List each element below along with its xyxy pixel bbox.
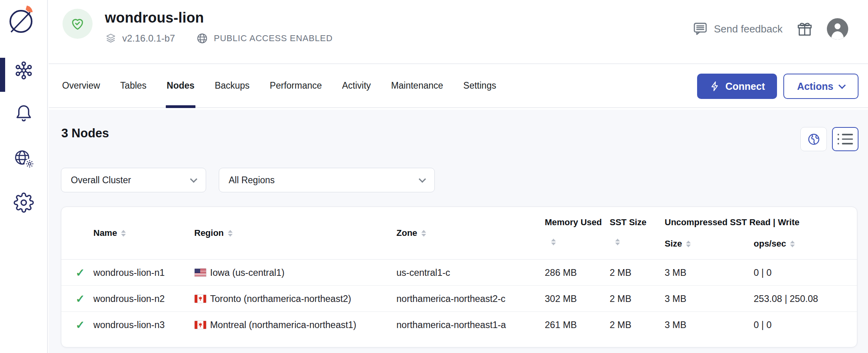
node-ops-sec: 0 | 0 [754, 267, 771, 278]
cluster-scope-select[interactable]: Overall Cluster [61, 168, 206, 192]
node-healthy-check-icon: ✓ [76, 292, 85, 305]
sort-icon [551, 239, 556, 245]
node-region: Montreal (northamerica-northeast1) [210, 320, 356, 330]
left-rail [0, 0, 48, 353]
globe-map-icon [807, 133, 821, 146]
app-logo-icon[interactable] [5, 3, 38, 38]
tab-actions: Connect Actions [697, 74, 859, 99]
node-healthy-check-icon: ✓ [76, 319, 85, 332]
node-name: wondrous-lion-n3 [93, 320, 165, 330]
tab-nodes[interactable]: Nodes [166, 64, 195, 107]
tab-tables[interactable]: Tables [119, 64, 147, 107]
column-header-ops-sec[interactable]: ops/sec [754, 239, 795, 249]
tab-activity[interactable]: Activity [341, 64, 372, 107]
node-ops-sec: 0 | 0 [754, 320, 771, 330]
us-flag-icon [194, 268, 207, 277]
gift-icon [796, 20, 813, 38]
chevron-down-icon [190, 175, 197, 182]
feedback-bubble-icon [692, 21, 709, 37]
map-view-button[interactable] [800, 127, 827, 151]
send-feedback-button[interactable]: Send feedback [692, 21, 783, 37]
avatar-person-icon [835, 23, 841, 29]
sort-icon [121, 230, 126, 237]
layers-icon [105, 32, 117, 44]
gear-icon [13, 192, 34, 213]
cluster-meta: v2.16.0.1-b7 PUBLIC ACCESS ENABLED [105, 32, 333, 44]
sort-icon [686, 241, 691, 247]
table-row: ✓ wondrous-lion-n2 Toronto (northamerica… [61, 286, 857, 312]
column-header-zone[interactable]: Zone [396, 228, 426, 238]
list-view-button[interactable] [832, 127, 859, 151]
sort-icon [228, 230, 233, 237]
main-area: wondrous-lion v2.16.0.1-b7 PUBLIC ACCESS… [49, 0, 868, 353]
table-row: ✓ wondrous-lion-n1 Iowa (us-central1) us… [61, 260, 857, 286]
sort-icon [421, 230, 426, 237]
chevron-down-icon [419, 175, 426, 182]
node-memory-used: 286 MB [545, 267, 577, 278]
memory-sort[interactable] [551, 239, 556, 245]
node-healthy-check-icon: ✓ [76, 266, 85, 279]
cluster-header: wondrous-lion v2.16.0.1-b7 PUBLIC ACCESS… [49, 0, 868, 63]
column-header-sst-size[interactable]: SST Size [610, 217, 646, 228]
globe-gear-icon [13, 148, 34, 169]
page-title: wondrous-lion [105, 9, 204, 26]
ca-flag-icon [194, 294, 207, 303]
node-zone: northamerica-northeast2-c [396, 293, 506, 304]
sidebar-item-network[interactable] [12, 146, 36, 170]
chevron-down-icon [839, 82, 846, 89]
ca-flag-icon [194, 321, 207, 329]
actions-button[interactable]: Actions [783, 74, 859, 99]
column-group-uncompressed: Uncompressed SST Read | Write [665, 217, 800, 228]
node-region: Iowa (us-central1) [210, 267, 284, 278]
user-avatar[interactable] [827, 18, 848, 40]
sort-icon [790, 241, 795, 247]
heart-check-icon [70, 16, 85, 32]
tab-maintenance[interactable]: Maintenance [390, 64, 444, 107]
header-actions: Send feedback [692, 18, 848, 40]
sidebar-item-settings[interactable] [12, 191, 36, 214]
cluster-tabbar: Overview Tables Nodes Backups Performanc… [49, 63, 868, 108]
sidebar-item-alerts[interactable] [12, 101, 36, 125]
public-access-label: PUBLIC ACCESS ENABLED [214, 33, 332, 44]
tab-settings[interactable]: Settings [462, 64, 497, 107]
column-header-name[interactable]: Name [93, 228, 126, 238]
active-tab-underline [166, 105, 195, 108]
node-zone: us-central1-c [396, 267, 450, 278]
cluster-hub-icon [13, 60, 34, 81]
sst-sort[interactable] [615, 239, 620, 245]
list-icon [838, 134, 853, 145]
column-header-memory-used[interactable]: Memory Used [545, 217, 602, 228]
node-uncompressed-size: 3 MB [665, 267, 686, 278]
connect-button[interactable]: Connect [697, 74, 777, 99]
node-name: wondrous-lion-n1 [93, 267, 165, 278]
bell-icon [13, 103, 34, 123]
node-sst-size: 2 MB [610, 293, 631, 304]
view-toggle-group [800, 127, 859, 151]
active-nav-indicator [0, 58, 5, 92]
node-memory-used: 302 MB [545, 293, 577, 304]
tab-performance[interactable]: Performance [269, 64, 323, 107]
nodes-table-card: Name Region Zone Memory Used [61, 207, 857, 347]
nodes-content: 3 Nodes Overall Cluster [49, 110, 868, 353]
tab-overview[interactable]: Overview [61, 64, 101, 107]
lightning-icon [709, 81, 720, 92]
version-label: v2.16.0.1-b7 [122, 33, 175, 44]
send-feedback-label: Send feedback [714, 23, 783, 35]
column-header-region[interactable]: Region [194, 228, 233, 238]
region-filter-select[interactable]: All Regions [219, 168, 435, 192]
node-zone: northamerica-northeast1-a [396, 320, 506, 330]
globe-icon [196, 32, 208, 44]
gift-button[interactable] [796, 20, 813, 38]
node-uncompressed-size: 3 MB [665, 293, 686, 304]
node-ops-sec: 253.08 | 250.08 [754, 293, 818, 304]
node-sst-size: 2 MB [610, 267, 631, 278]
sidebar-item-clusters[interactable] [12, 59, 36, 82]
tab-backups[interactable]: Backups [214, 64, 250, 107]
node-sst-size: 2 MB [610, 320, 631, 330]
table-header: Name Region Zone Memory Used [61, 207, 857, 260]
column-header-uncompressed-size[interactable]: Size [665, 239, 691, 249]
nodes-count-heading: 3 Nodes [61, 126, 109, 140]
cluster-health-badge [63, 9, 93, 39]
table-row: ✓ wondrous-lion-n3 Montreal (northameric… [61, 312, 857, 338]
node-uncompressed-size: 3 MB [665, 320, 686, 330]
